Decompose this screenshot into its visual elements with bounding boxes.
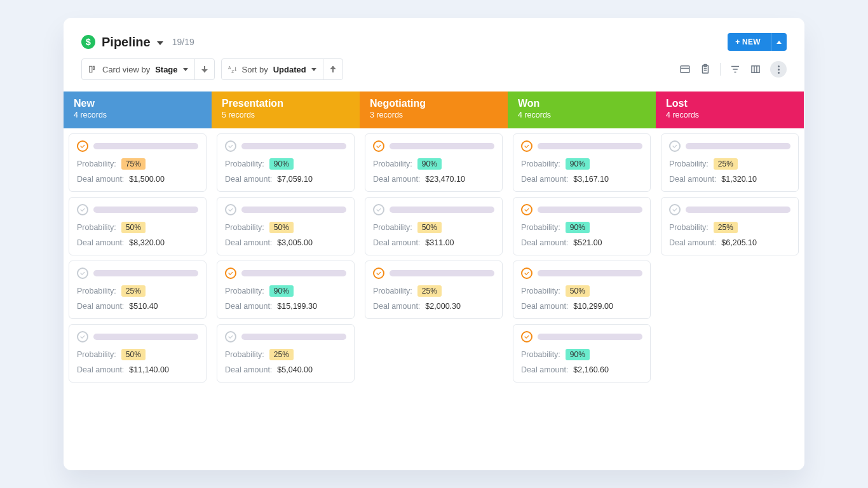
column-subtitle: 4 records bbox=[518, 111, 646, 119]
column-presentation: Presentation5 recordsProbability:90%Deal… bbox=[212, 92, 360, 459]
check-circle-icon[interactable] bbox=[521, 268, 532, 279]
cardview-selector[interactable]: Card view by Stage bbox=[81, 58, 215, 80]
svg-rect-4 bbox=[681, 66, 689, 73]
svg-rect-1 bbox=[93, 66, 95, 69]
deal-card[interactable]: Probability:25%Deal amount:$6,205.10 bbox=[661, 197, 799, 255]
probability-label: Probability: bbox=[77, 287, 116, 295]
check-circle-icon[interactable] bbox=[521, 140, 532, 152]
probability-badge: 50% bbox=[417, 222, 442, 233]
filter-icon[interactable] bbox=[729, 64, 741, 75]
deal-card[interactable]: Probability:50%Deal amount:$10,299.00 bbox=[513, 261, 651, 319]
probability-badge: 90% bbox=[269, 158, 294, 170]
probability-badge: 90% bbox=[417, 158, 442, 170]
deal-amount-value: $311.00 bbox=[425, 238, 454, 247]
deal-amount-value: $3,167.10 bbox=[573, 175, 609, 184]
deal-amount-label: Deal amount: bbox=[77, 175, 124, 184]
deal-card[interactable]: Probability:90%Deal amount:$3,167.10 bbox=[513, 133, 651, 192]
clipboard-icon[interactable] bbox=[700, 64, 711, 75]
deal-amount-label: Deal amount: bbox=[373, 175, 420, 184]
deal-amount-value: $7,059.10 bbox=[277, 175, 313, 184]
check-circle-icon[interactable] bbox=[77, 140, 88, 152]
check-circle-icon[interactable] bbox=[225, 268, 236, 279]
chevron-down-icon bbox=[311, 68, 316, 71]
toolbar: Card view by Stage AZ Sort by Updated bbox=[81, 58, 787, 80]
deal-amount-value: $11,140.00 bbox=[129, 365, 169, 374]
deal-card[interactable]: Probability:50%Deal amount:$11,140.00 bbox=[69, 324, 207, 383]
deal-amount-value: $3,005.00 bbox=[277, 238, 313, 247]
column-header[interactable]: Lost4 records bbox=[656, 92, 804, 128]
title-placeholder bbox=[93, 143, 198, 149]
new-button-label: + NEW bbox=[728, 37, 767, 46]
title-placeholder bbox=[686, 143, 790, 149]
deal-amount-label: Deal amount: bbox=[77, 365, 124, 374]
sort-direction[interactable] bbox=[323, 59, 342, 79]
column-header[interactable]: Presentation5 records bbox=[212, 92, 360, 128]
title-placeholder bbox=[241, 334, 346, 340]
probability-badge: 25% bbox=[714, 222, 738, 233]
check-circle-icon[interactable] bbox=[373, 140, 384, 152]
check-circle-icon[interactable] bbox=[77, 331, 88, 342]
check-circle-icon[interactable] bbox=[373, 204, 384, 215]
check-circle-icon[interactable] bbox=[521, 204, 532, 215]
deal-amount-label: Deal amount: bbox=[225, 238, 272, 247]
deal-card[interactable]: Probability:50%Deal amount:$311.00 bbox=[365, 197, 503, 255]
probability-badge: 25% bbox=[269, 349, 294, 360]
page-header: $ Pipeline 19/19 + NEW bbox=[81, 33, 787, 51]
card-grid-icon[interactable] bbox=[679, 64, 691, 75]
cardview-sort-direction[interactable] bbox=[195, 59, 214, 79]
deal-card[interactable]: Probability:90%Deal amount:$2,160.60 bbox=[513, 324, 651, 383]
check-circle-icon[interactable] bbox=[669, 140, 681, 152]
column-subtitle: 4 records bbox=[666, 111, 794, 119]
deal-card[interactable]: Probability:90%Deal amount:$23,470.10 bbox=[365, 133, 503, 192]
new-button[interactable]: + NEW bbox=[728, 33, 787, 51]
deal-amount-value: $2,160.60 bbox=[573, 365, 609, 374]
deal-card[interactable]: Probability:25%Deal amount:$2,000.30 bbox=[365, 261, 503, 319]
deal-amount-label: Deal amount: bbox=[521, 365, 568, 374]
probability-badge: 90% bbox=[566, 158, 590, 170]
column-header[interactable]: Negotiating3 records bbox=[360, 92, 508, 128]
title-placeholder bbox=[241, 207, 346, 213]
deal-card[interactable]: Probability:50%Deal amount:$8,320.00 bbox=[69, 197, 207, 255]
probability-label: Probability: bbox=[669, 159, 709, 168]
deal-card[interactable]: Probability:90%Deal amount:$7,059.10 bbox=[217, 133, 355, 192]
probability-badge: 90% bbox=[269, 285, 294, 297]
probability-label: Probability: bbox=[521, 287, 560, 295]
probability-label: Probability: bbox=[521, 350, 560, 359]
probability-label: Probability: bbox=[669, 223, 709, 232]
deal-card[interactable]: Probability:90%Deal amount:$521.00 bbox=[513, 197, 651, 255]
check-circle-icon[interactable] bbox=[669, 204, 681, 215]
check-circle-icon[interactable] bbox=[225, 204, 236, 215]
column-title: Presentation bbox=[222, 98, 349, 109]
column-title: Lost bbox=[666, 98, 794, 109]
check-circle-icon[interactable] bbox=[225, 140, 236, 152]
svg-text:Z: Z bbox=[231, 69, 234, 74]
deal-amount-label: Deal amount: bbox=[225, 365, 272, 374]
deal-card[interactable]: Probability:25%Deal amount:$510.40 bbox=[69, 261, 207, 319]
sort-selector[interactable]: AZ Sort by Updated bbox=[221, 58, 343, 80]
check-circle-icon[interactable] bbox=[373, 268, 384, 279]
probability-label: Probability: bbox=[373, 223, 412, 232]
deal-amount-value: $521.00 bbox=[573, 238, 602, 247]
title-placeholder bbox=[538, 334, 642, 340]
check-circle-icon[interactable] bbox=[77, 204, 88, 215]
probability-badge: 75% bbox=[121, 158, 146, 170]
deal-card[interactable]: Probability:90%Deal amount:$15,199.30 bbox=[217, 261, 355, 319]
deal-card[interactable]: Probability:75%Deal amount:$1,500.00 bbox=[69, 133, 207, 192]
svg-rect-0 bbox=[90, 66, 92, 72]
deal-amount-value: $1,500.00 bbox=[129, 175, 165, 184]
deal-card[interactable]: Probability:25%Deal amount:$1,320.10 bbox=[661, 133, 799, 192]
title-dropdown-icon[interactable] bbox=[157, 41, 163, 45]
check-circle-icon[interactable] bbox=[521, 331, 532, 342]
deal-amount-label: Deal amount: bbox=[225, 175, 272, 184]
check-circle-icon[interactable] bbox=[225, 331, 236, 342]
probability-badge: 50% bbox=[566, 285, 590, 297]
column-header[interactable]: New4 records bbox=[64, 92, 212, 128]
new-button-dropdown[interactable] bbox=[771, 33, 787, 51]
check-circle-icon[interactable] bbox=[77, 268, 88, 279]
columns-icon[interactable] bbox=[750, 64, 761, 75]
column-header[interactable]: Won4 records bbox=[508, 92, 656, 128]
more-menu-button[interactable] bbox=[770, 61, 787, 78]
deal-card[interactable]: Probability:50%Deal amount:$3,005.00 bbox=[217, 197, 355, 255]
probability-label: Probability: bbox=[225, 223, 264, 232]
deal-card[interactable]: Probability:25%Deal amount:$5,040.00 bbox=[217, 324, 355, 383]
